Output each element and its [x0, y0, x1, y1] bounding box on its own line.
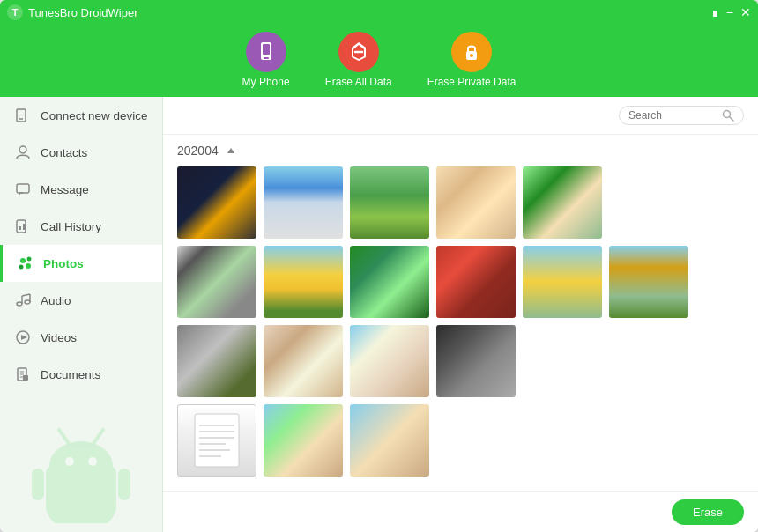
photo-thumb[interactable] [436, 325, 516, 397]
photo-thumb[interactable] [350, 325, 429, 397]
app-title: TunesBro DroidWiper [28, 6, 138, 19]
photo-row-2 [177, 246, 744, 318]
title-bar: T TunesBro DroidWiper ∎ − ✕ [0, 0, 758, 25]
svg-rect-11 [17, 184, 29, 193]
sidebar-item-connect[interactable]: Connect new device [0, 97, 162, 134]
search-box[interactable] [619, 106, 744, 125]
album-label: 202004 [177, 144, 219, 158]
svg-rect-14 [23, 224, 26, 230]
svg-rect-39 [118, 469, 130, 500]
erase-all-icon-wrap [338, 32, 379, 72]
photo-thumb[interactable] [350, 166, 429, 239]
content-header [163, 97, 758, 135]
sidebar-connect-label: Connect new device [41, 109, 148, 122]
photo-thumb[interactable] [523, 166, 602, 239]
photo-thumb[interactable] [436, 166, 516, 239]
sidebar: Connect new device Contacts [0, 97, 163, 532]
photos-icon [17, 255, 34, 272]
photo-thumb[interactable] [350, 246, 429, 318]
svg-rect-8 [17, 109, 26, 122]
app-logo-icon: T [7, 4, 23, 20]
svg-point-18 [26, 263, 31, 269]
close-icon[interactable]: ✕ [740, 6, 751, 18]
svg-text:T: T [12, 7, 19, 18]
album-collapse-icon[interactable] [226, 145, 236, 156]
erase-private-label: Erase Private Data [427, 76, 516, 88]
sidebar-item-documents[interactable]: Documents [0, 356, 162, 393]
photo-thumb[interactable] [177, 246, 256, 318]
svg-marker-44 [227, 148, 234, 153]
search-icon [722, 109, 734, 122]
toolbar-erase-private[interactable]: Erase Private Data [427, 32, 516, 88]
photo-row-4 [177, 404, 744, 477]
svg-point-35 [88, 457, 97, 466]
sidebar-message-label: Message [41, 183, 89, 196]
sidebar-item-audio[interactable]: Audio [0, 282, 162, 319]
my-phone-icon [255, 41, 278, 63]
person-icon [14, 144, 32, 161]
sidebar-contacts-label: Contacts [41, 146, 87, 159]
erase-button[interactable]: Erase [672, 499, 744, 525]
photo-grid-area[interactable]: 202004 [163, 135, 758, 491]
sidebar-videos-label: Videos [41, 331, 77, 344]
photo-thumb[interactable] [177, 166, 256, 239]
sidebar-item-videos[interactable]: Videos [0, 319, 162, 356]
svg-rect-41 [92, 510, 106, 522]
svg-point-33 [49, 441, 113, 491]
photo-thumb[interactable] [264, 404, 343, 477]
photo-thumb[interactable] [609, 246, 688, 318]
toolbar-my-phone[interactable]: My Phone [242, 32, 290, 88]
toolbar-erase-all[interactable]: Erase All Data [325, 32, 392, 88]
search-input[interactable] [628, 109, 717, 122]
svg-point-17 [19, 265, 24, 270]
svg-rect-45 [195, 414, 239, 467]
svg-rect-38 [32, 469, 44, 500]
photo-thumb[interactable] [177, 325, 256, 397]
sidebar-item-message[interactable]: Message [0, 171, 162, 208]
photo-thumb[interactable] [264, 166, 343, 239]
call-icon [14, 218, 32, 235]
documents-icon [14, 366, 32, 383]
minimize-icon[interactable]: − [726, 6, 733, 18]
android-decoration [0, 417, 162, 532]
device-icon [14, 107, 32, 124]
photo-thumb[interactable] [177, 404, 256, 477]
app-window: T TunesBro DroidWiper ∎ − ✕ My Phone [0, 0, 758, 532]
sidebar-item-call-history[interactable]: Call History [0, 208, 162, 245]
photo-thumb[interactable] [436, 246, 516, 318]
erase-btn-container: Erase [163, 491, 758, 532]
svg-line-43 [730, 117, 734, 122]
toolbar: My Phone Erase All Data Erase Private [0, 25, 758, 97]
erase-all-icon [346, 40, 371, 64]
sidebar-item-photos[interactable]: Photos [0, 245, 162, 282]
photo-thumb[interactable] [350, 404, 429, 477]
sidebar-photos-label: Photos [43, 257, 84, 270]
main-area: Connect new device Contacts [0, 97, 758, 532]
erase-private-icon [460, 41, 483, 63]
photo-row-1 [177, 166, 744, 239]
svg-rect-30 [23, 375, 28, 381]
svg-rect-3 [264, 57, 269, 59]
sidebar-item-contacts[interactable]: Contacts [0, 134, 162, 171]
wifi-icon: ∎ [711, 6, 719, 18]
svg-line-36 [59, 430, 68, 442]
title-bar-left: T TunesBro DroidWiper [7, 4, 138, 20]
audio-icon [14, 292, 32, 309]
svg-point-34 [65, 457, 74, 466]
svg-point-15 [20, 258, 26, 263]
photo-thumb[interactable] [264, 246, 343, 318]
message-icon [14, 181, 32, 198]
svg-rect-40 [56, 510, 71, 522]
album-header: 202004 [177, 144, 744, 158]
photo-thumb[interactable] [523, 246, 602, 318]
svg-line-23 [22, 294, 30, 296]
videos-icon [14, 329, 32, 346]
svg-rect-4 [263, 44, 270, 55]
svg-point-20 [25, 300, 30, 304]
photo-thumb[interactable] [264, 325, 343, 397]
content-area: 202004 [163, 97, 758, 532]
sidebar-audio-label: Audio [41, 294, 71, 307]
photo-row-3 [177, 325, 744, 397]
my-phone-icon-wrap [246, 32, 286, 72]
erase-private-icon-wrap [451, 32, 492, 72]
